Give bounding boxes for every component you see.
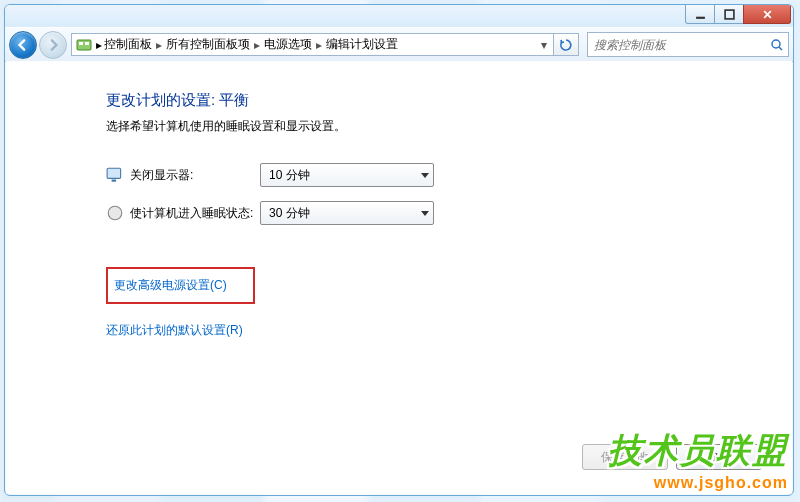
maximize-button[interactable] [714,5,744,24]
highlight-box: 更改高级电源设置(C) [106,267,255,304]
advanced-settings-link[interactable]: 更改高级电源设置(C) [114,278,227,292]
back-button[interactable] [9,31,37,59]
footer-buttons: 保存修改 取消 [582,444,762,470]
display-off-dropdown[interactable]: 10 分钟 [260,163,434,187]
svg-point-8 [108,206,122,220]
breadcrumb-item[interactable]: 所有控制面板项▸ [164,36,262,53]
explorer-window: ▸ 控制面板▸ 所有控制面板项▸ 电源选项▸ 编辑计划设置 ▾ [4,4,794,496]
save-button: 保存修改 [582,444,668,470]
forward-button[interactable] [39,31,67,59]
close-button[interactable] [743,5,791,24]
cancel-button[interactable]: 取消 [676,444,762,470]
content-area: 更改计划的设置: 平衡 选择希望计算机使用的睡眠设置和显示设置。 关闭显示器: … [6,61,792,494]
minimize-button[interactable] [685,5,715,24]
restore-defaults-link[interactable]: 还原此计划的默认设置(R) [106,323,243,337]
chevron-down-icon [421,211,429,216]
navbar: ▸ 控制面板▸ 所有控制面板项▸ 电源选项▸ 编辑计划设置 ▾ [5,27,793,62]
page-subtitle: 选择希望计算机使用的睡眠设置和显示设置。 [106,118,742,135]
breadcrumb-item[interactable]: 编辑计划设置 [324,36,400,53]
search-box[interactable] [587,32,789,57]
svg-rect-1 [725,10,734,19]
display-off-label: 关闭显示器: [130,167,260,184]
dropdown-arrow-icon[interactable]: ▾ [535,38,553,52]
breadcrumb-item[interactable]: 控制面板▸ [102,36,164,53]
svg-rect-4 [85,42,89,45]
page-title: 更改计划的设置: 平衡 [106,91,742,110]
svg-point-5 [772,40,780,48]
breadcrumb-item[interactable]: 电源选项▸ [262,36,324,53]
search-icon[interactable] [766,38,788,52]
control-panel-icon [76,37,92,53]
moon-icon [106,205,124,221]
search-input[interactable] [588,38,766,52]
chevron-down-icon [421,173,429,178]
svg-rect-3 [79,42,83,45]
svg-rect-7 [112,180,117,182]
sleep-label: 使计算机进入睡眠状态: [130,205,260,222]
refresh-button[interactable] [554,33,579,56]
breadcrumb[interactable]: ▸ 控制面板▸ 所有控制面板项▸ 电源选项▸ 编辑计划设置 ▾ [71,33,554,56]
setting-row-sleep: 使计算机进入睡眠状态: 30 分钟 [106,201,742,225]
svg-rect-6 [107,168,121,178]
titlebar [5,5,793,27]
monitor-icon [106,167,124,183]
svg-rect-0 [696,16,705,18]
display-off-value: 10 分钟 [269,167,310,184]
sleep-dropdown[interactable]: 30 分钟 [260,201,434,225]
sleep-value: 30 分钟 [269,205,310,222]
setting-row-display: 关闭显示器: 10 分钟 [106,163,742,187]
